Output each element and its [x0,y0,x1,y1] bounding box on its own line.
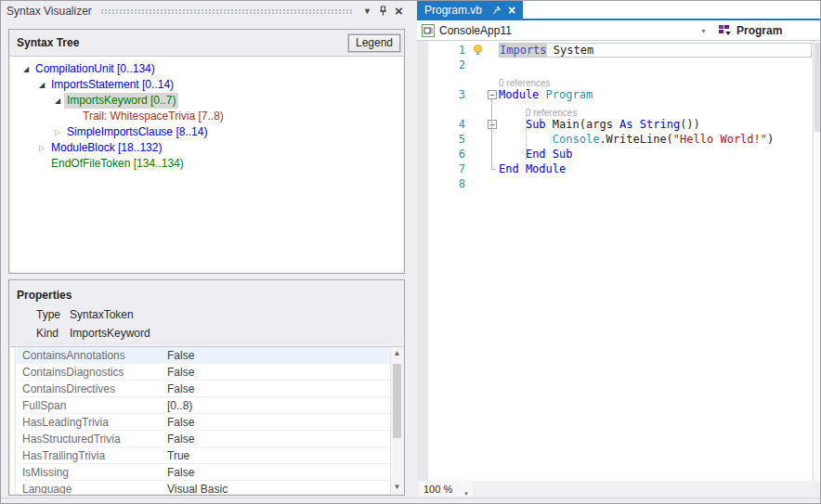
member-dropdown[interactable]: Program [712,20,821,40]
property-value: [0..8) [163,397,390,413]
property-row[interactable]: LanguageVisual Basic [17,481,390,494]
scrollbar-thumb[interactable] [393,364,401,438]
glyph-margin-cell [471,72,486,87]
line-number: 1 [428,43,471,58]
editor-horizontal-scrollbar[interactable] [473,482,812,497]
code-editor[interactable]: 1Imports System20 references3−Module Pro… [417,41,821,481]
fold-collapse-box[interactable]: − [486,87,499,102]
property-row[interactable]: FullSpan[0..8) [17,397,390,414]
codelens-row[interactable]: 0 references [417,102,821,117]
code-line[interactable]: 5 Console.WriteLine("Hello World!") [417,132,821,147]
code-token: String [640,118,680,131]
property-row[interactable]: ContainsDirectivesFalse [17,381,390,397]
code-token: Console [553,133,600,146]
property-row[interactable]: ContainsDiagnosticsFalse [17,364,390,381]
code-line[interactable]: 4− Sub Main(args As String()) [417,117,821,132]
tree-node-label: Trail: WhitespaceTrivia [7..8) [80,109,227,124]
code-text [499,176,812,191]
tool-window-titlebar[interactable]: Syntax Visualizer ▼ × [1,1,412,21]
property-row[interactable]: ContainsAnnotationsFalse [17,347,390,364]
tree-node[interactable]: ◢ImportsKeyword [0..7) [10,93,403,109]
collapse-minus-icon[interactable]: − [488,90,497,99]
code-line[interactable]: 8 [417,176,821,191]
code-line[interactable]: 3−Module Program [417,87,821,102]
syntax-tree-list[interactable]: ◢CompilationUnit [0..134)◢ImportsStateme… [10,56,403,272]
property-name: HasLeadingTrivia [17,414,163,430]
grid-row-header-gutter [10,347,16,494]
lightbulb-icon[interactable] [471,43,486,58]
glyph-margin-cell [471,102,486,117]
scroll-down-icon[interactable]: ▼ [391,481,403,494]
code-line[interactable]: 7End Module [417,162,821,176]
window-bottom-strip [1,498,821,504]
codelens-references-link[interactable]: 0 references [526,106,578,121]
project-dropdown-arrow-icon[interactable]: ▼ [700,28,707,34]
syntax-tree-title: Syntax Tree [17,36,348,49]
close-icon[interactable]: × [391,4,407,19]
properties-grid[interactable]: ContainsAnnotationsFalseContainsDiagnost… [10,346,403,494]
property-value: False [163,347,390,363]
codelens-row[interactable]: 0 references [417,72,821,87]
tree-node[interactable]: ◢CompilationUnit [0..134) [10,61,403,77]
outlining-guide-line [491,98,492,169]
property-row[interactable]: HasLeadingTriviaFalse [17,414,390,431]
tab-close-icon[interactable]: × [508,5,515,16]
code-token: As [619,118,632,131]
tree-expander-icon[interactable]: ◢ [20,61,33,77]
scroll-up-icon[interactable]: ▲ [391,347,403,360]
properties-scrollbar[interactable]: ▲ ▼ [390,347,403,494]
code-token: End Module [499,162,566,175]
tree-node[interactable]: ◢ImportsStatement [0..14) [10,77,403,93]
glyph-margin-cell [471,147,486,162]
property-value: False [163,414,390,430]
properties-panel: Properties Type SyntaxToken Kind Imports… [8,279,405,496]
code-token: Program [546,88,593,101]
code-token [499,148,526,161]
code-text: End Module [499,162,812,176]
line-number [428,72,471,87]
glyph-margin-cell [471,87,486,102]
outlining-margin-cell [486,176,499,191]
legend-button[interactable]: Legend [348,34,400,52]
tab-program-vb[interactable]: Program.vb × [417,1,523,19]
code-line[interactable]: 2 [417,58,821,72]
outlining-margin-cell [486,43,499,58]
editor-vertical-scrollbar[interactable] [813,41,821,481]
codelens-references-link[interactable]: 0 references [499,76,551,91]
tree-expander-icon[interactable]: ◢ [35,77,48,93]
project-dropdown[interactable]: ConsoleApp11 ▼ [417,20,712,40]
tree-node[interactable]: Trail: WhitespaceTrivia [7..8) [10,109,403,124]
tree-expander-icon[interactable]: ▷ [51,124,64,140]
collapse-minus-icon[interactable]: − [488,120,497,129]
editor-bottom-bar: 100 % ▼ [417,481,821,498]
property-name: IsMissing [17,464,163,480]
tree-node[interactable]: EndOfFileToken [134..134) [10,156,403,172]
code-token [499,118,526,131]
syntax-visualizer-tool-window: Syntax Visualizer ▼ × Syntax Tree Legend… [1,1,417,504]
tree-node[interactable]: ▷ModuleBlock [18..132) [10,140,403,156]
fold-collapse-box[interactable]: − [486,117,499,132]
tab-pin-icon[interactable] [490,6,503,15]
zoom-control[interactable]: 100 % ▼ [419,482,473,497]
code-line[interactable]: 1Imports System [417,43,821,58]
property-row[interactable]: IsMissingFalse [17,464,390,481]
properties-meta: Type SyntaxToken Kind ImportsKeyword [9,305,404,342]
visual-studio-window: Syntax Visualizer ▼ × Syntax Tree Legend… [0,0,821,504]
outlining-guide-end [491,169,496,170]
line-number: 2 [428,58,471,72]
code-text: Imports System [499,43,812,58]
property-value: False [163,381,390,396]
tree-expander-icon[interactable]: ◢ [51,93,64,109]
code-line[interactable]: 6 End Sub [417,147,821,162]
tool-window-title: Syntax Visualizer [7,5,92,18]
scrollbar-thumb[interactable] [814,43,821,132]
property-row[interactable]: HasTrailingTriviaTrue [17,447,390,464]
window-position-dropdown-icon[interactable]: ▼ [359,4,375,19]
navigation-bar: ConsoleApp11 ▼ Program [417,20,821,41]
pin-icon[interactable] [375,4,391,19]
tree-node[interactable]: ▷SimpleImportsClause [8..14) [10,124,403,140]
tree-expander-icon[interactable]: ▷ [35,140,48,156]
titlebar-drag-handle[interactable] [101,9,352,15]
code-token: ()) [680,118,700,131]
property-row[interactable]: HasStructuredTriviaFalse [17,431,390,447]
